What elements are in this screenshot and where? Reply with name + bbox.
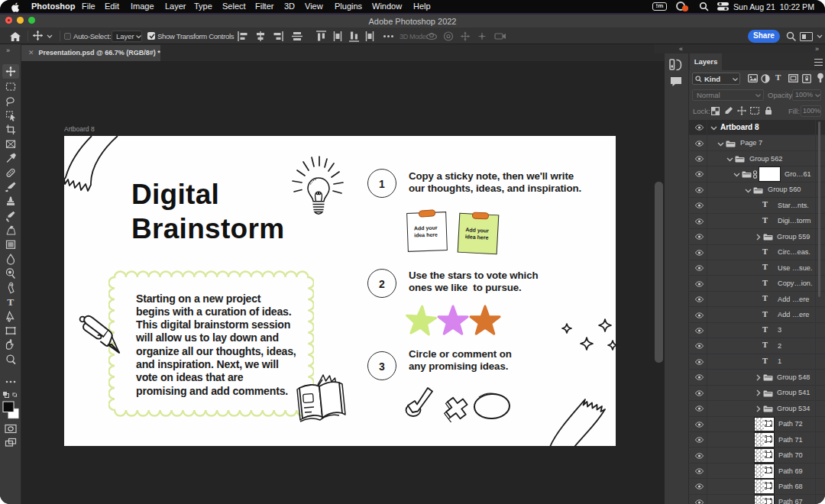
svg-text:T: T [7,296,14,308]
svg-text:»: » [6,47,10,54]
